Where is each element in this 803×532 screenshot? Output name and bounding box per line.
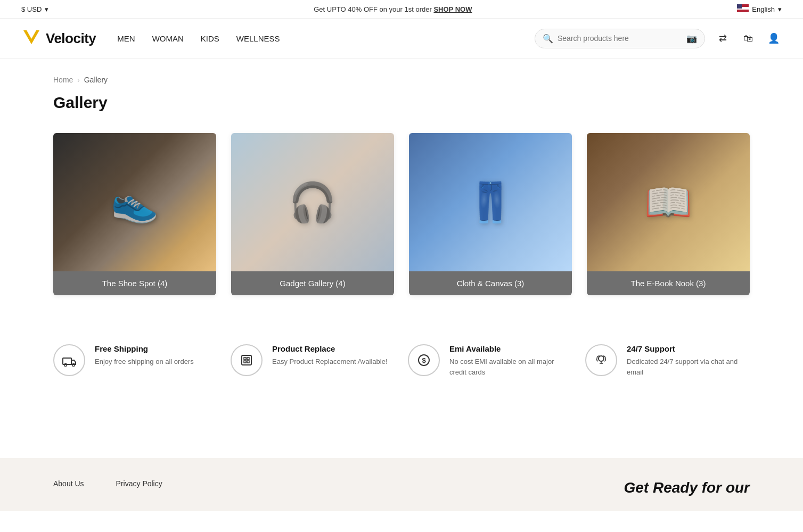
search-bar[interactable]: 🔍 📷 <box>535 29 705 48</box>
svg-rect-10 <box>244 358 246 360</box>
language-chevron: ▾ <box>778 5 782 13</box>
gallery-label-ebook-nook: The E-Book Nook (3) <box>587 271 750 295</box>
footer: About Us Privacy Policy Get Ready for ou… <box>0 458 803 511</box>
product-replace-icon <box>231 344 263 376</box>
support-text: 24/7 Support Dedicated 24/7 support via … <box>627 344 750 377</box>
camera-icon[interactable]: 📷 <box>686 34 697 44</box>
breadcrumb-current: Gallery <box>84 76 108 84</box>
currency-chevron: ▾ <box>45 5 48 13</box>
free-shipping-text: Free Shipping Enjoy free shipping on all… <box>95 344 194 367</box>
gallery-label-gadget-gallery: Gadget Gallery (4) <box>231 271 394 295</box>
svg-rect-9 <box>242 355 251 365</box>
gallery-label-shoe-spot: The Shoe Spot (4) <box>53 271 216 295</box>
feature-emi: $ Emi Available No cost EMI available on… <box>408 344 572 377</box>
footer-privacy[interactable]: Privacy Policy <box>116 479 162 488</box>
gallery-image-cloth-canvas: 👖 <box>409 133 572 271</box>
search-input[interactable] <box>558 34 682 43</box>
promo-link[interactable]: SHOP NOW <box>433 5 472 13</box>
features-section: Free Shipping Enjoy free shipping on all… <box>53 327 750 394</box>
main-nav: MEN WOMAN KIDS WELLNESS <box>117 34 513 43</box>
language-label: English <box>752 5 775 13</box>
gallery-card-shoe-spot[interactable]: 👟 The Shoe Spot (4) <box>53 133 216 295</box>
flag-icon <box>737 4 749 14</box>
account-icon[interactable]: 👤 <box>766 30 782 46</box>
svg-text:$: $ <box>422 356 426 364</box>
gallery-card-gadget-gallery[interactable]: 🎧 Gadget Gallery (4) <box>231 133 394 295</box>
logo-text: Velocity <box>46 30 96 47</box>
breadcrumb-home[interactable]: Home <box>53 76 73 84</box>
currency-label: $ USD <box>21 5 42 13</box>
breadcrumb-separator: › <box>77 76 79 84</box>
free-shipping-title: Free Shipping <box>95 344 194 353</box>
gallery-grid: 👟 The Shoe Spot (4) 🎧 Gadget Gallery (4)… <box>53 133 750 295</box>
gallery-image-ebook-nook: 📖 <box>587 133 750 271</box>
svg-rect-12 <box>244 361 246 363</box>
gallery-card-ebook-nook[interactable]: 📖 The E-Book Nook (3) <box>587 133 750 295</box>
emi-text: Emi Available No cost EMI available on a… <box>449 344 572 377</box>
promo-banner: Get UPTO 40% OFF on your 1st order SHOP … <box>314 5 472 13</box>
svg-rect-2 <box>737 10 749 12</box>
nav-woman[interactable]: WOMAN <box>152 34 184 43</box>
svg-rect-3 <box>737 4 742 9</box>
emi-icon: $ <box>408 344 440 376</box>
search-icon: 🔍 <box>543 34 553 44</box>
header-actions: 🔍 📷 ⇄ 🛍 👤 <box>535 29 782 48</box>
feature-free-shipping: Free Shipping Enjoy free shipping on all… <box>53 344 218 377</box>
footer-links: About Us Privacy Policy <box>53 479 162 488</box>
feature-product-replace: Product Replace Easy Product Replacement… <box>231 344 395 377</box>
main-content: Home › Gallery Gallery 👟 The Shoe Spot (… <box>0 59 803 458</box>
gallery-label-cloth-canvas: Cloth & Canvas (3) <box>409 271 572 295</box>
svg-point-16 <box>599 356 604 361</box>
footer-about[interactable]: About Us <box>53 479 84 488</box>
language-selector[interactable]: English ▾ <box>737 4 782 14</box>
product-replace-text: Product Replace Easy Product Replacement… <box>272 344 388 367</box>
page-title: Gallery <box>53 94 750 112</box>
product-replace-desc: Easy Product Replacement Available! <box>272 356 388 367</box>
svg-rect-6 <box>63 358 71 364</box>
breadcrumb: Home › Gallery <box>53 76 750 84</box>
logo-icon <box>21 27 42 49</box>
nav-kids[interactable]: KIDS <box>201 34 219 43</box>
compare-icon[interactable]: ⇄ <box>715 30 731 46</box>
nav-men[interactable]: MEN <box>117 34 135 43</box>
product-replace-title: Product Replace <box>272 344 388 353</box>
emi-desc: No cost EMI available on all major credi… <box>449 356 572 377</box>
footer-tagline: Get Ready for our <box>624 479 750 496</box>
cart-icon[interactable]: 🛍 <box>740 30 756 46</box>
feature-support: 24/7 Support Dedicated 24/7 support via … <box>585 344 750 377</box>
header: Velocity MEN WOMAN KIDS WELLNESS 🔍 📷 ⇄ 🛍… <box>0 19 803 59</box>
nav-wellness[interactable]: WELLNESS <box>236 34 280 43</box>
logo[interactable]: Velocity <box>21 27 96 49</box>
gallery-image-shoe-spot: 👟 <box>53 133 216 271</box>
promo-text: Get UPTO 40% OFF on your 1st order <box>314 5 433 13</box>
gallery-image-gadget-gallery: 🎧 <box>231 133 394 271</box>
free-shipping-desc: Enjoy free shipping on all orders <box>95 356 194 367</box>
svg-rect-13 <box>247 361 249 363</box>
svg-rect-11 <box>247 358 249 360</box>
emi-title: Emi Available <box>449 344 572 353</box>
top-bar: $ USD ▾ Get UPTO 40% OFF on your 1st ord… <box>0 0 803 19</box>
gallery-card-cloth-canvas[interactable]: 👖 Cloth & Canvas (3) <box>409 133 572 295</box>
svg-marker-4 <box>23 30 39 44</box>
support-desc: Dedicated 24/7 support via chat and emai… <box>627 356 750 377</box>
currency-selector[interactable]: $ USD ▾ <box>21 5 48 13</box>
free-shipping-icon <box>53 344 85 376</box>
support-title: 24/7 Support <box>627 344 750 353</box>
support-icon <box>585 344 617 376</box>
